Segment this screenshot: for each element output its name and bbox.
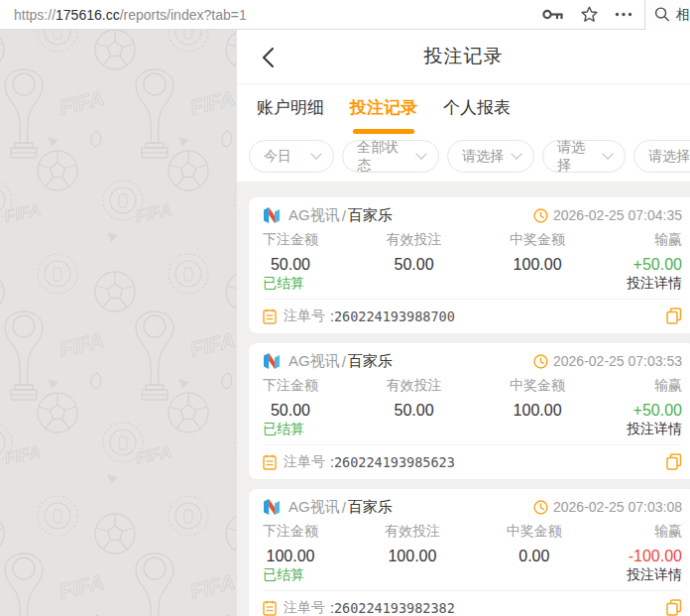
panel-header: 投注记录: [237, 30, 690, 84]
status-badge: 已结算: [263, 421, 304, 438]
filter-date-dropdown[interactable]: 今日: [249, 140, 334, 173]
win-amount-value: 100.00: [514, 402, 562, 420]
order-number-value: 260224193982382: [334, 600, 455, 616]
order-number-label: 注单号: [284, 308, 325, 325]
bet-detail-link[interactable]: 投注详情: [627, 566, 682, 584]
profit-label: 输赢: [654, 231, 682, 249]
provider-game-separator: /: [342, 353, 346, 370]
tab-bar: 账户明细 投注记录 个人报表: [237, 84, 690, 136]
order-number-value: 260224193985623: [334, 454, 455, 470]
order-number-value: 260224193988700: [334, 308, 455, 324]
clock-icon: [533, 354, 548, 369]
find-text: 相: [676, 6, 690, 24]
filter-select-dropdown-3[interactable]: 请选择: [633, 140, 690, 173]
bet-detail-link[interactable]: 投注详情: [627, 421, 682, 438]
url-display[interactable]: https://175616.cc/reports/index?tab=1: [14, 7, 247, 23]
order-number-label: 注单号: [284, 599, 325, 616]
valid-bet-value: 50.00: [395, 256, 434, 274]
win-amount-label: 中奖金额: [510, 377, 565, 395]
fifa-pattern-svg: FIFA FIFA: [0, 30, 236, 616]
url-scheme: https://: [14, 7, 56, 23]
bet-amount-label: 下注金额: [263, 231, 318, 249]
profit-value: +50.00: [633, 256, 682, 274]
provider-game-separator: /: [342, 499, 346, 516]
status-badge: 已结算: [263, 275, 304, 293]
profit-value: -100.00: [629, 548, 682, 565]
ag-provider-logo-icon: [263, 206, 281, 224]
win-amount-label: 中奖金额: [510, 231, 565, 249]
star-bookmark-icon[interactable]: [581, 6, 598, 23]
provider-name: AG视讯: [288, 498, 340, 517]
filter-select-dropdown-1[interactable]: 请选择: [447, 140, 534, 173]
clock-icon: [533, 500, 548, 515]
bet-detail-link[interactable]: 投注详情: [627, 275, 682, 293]
valid-bet-label: 有效投注: [387, 377, 442, 395]
key-icon[interactable]: [542, 8, 564, 21]
copy-icon[interactable]: [666, 599, 682, 616]
bet-amount-value: 50.00: [271, 256, 310, 274]
chevron-down-icon: [415, 148, 426, 159]
chevron-down-icon: [602, 148, 613, 159]
filter-status-dropdown[interactable]: 全部状态: [342, 140, 439, 173]
ag-provider-logo-icon: [263, 352, 281, 370]
order-note-icon: [263, 308, 277, 324]
provider-name: AG视讯: [288, 352, 340, 371]
url-path: /reports/index?tab=1: [120, 7, 247, 23]
bet-record-card: AG视讯 / 百家乐 2026-02-25 07:03:53 下注金额 50.0…: [249, 343, 690, 479]
order-note-icon: [263, 600, 277, 616]
bet-amount-label: 下注金额: [263, 377, 318, 395]
profit-value: +50.00: [633, 402, 682, 420]
more-menu-icon[interactable]: [615, 12, 632, 17]
valid-bet-value: 100.00: [388, 548, 436, 565]
win-amount-value: 0.00: [518, 548, 549, 565]
tab-bet-records[interactable]: 投注记录: [350, 96, 417, 136]
back-chevron-icon[interactable]: [261, 47, 277, 68]
bet-record-card: AG视讯 / 百家乐 2026-02-25 07:04:35 下注金额 50.0…: [249, 197, 690, 333]
profit-label: 输赢: [654, 377, 682, 395]
bet-record-card: AG视讯 / 百家乐 2026-02-25 07:03:08 下注金额 100.…: [249, 489, 690, 616]
game-name: 百家乐: [348, 352, 393, 371]
chevron-down-icon: [511, 148, 521, 159]
page-title: 投注记录: [424, 44, 504, 69]
record-time: 2026-02-25 07:04:35: [553, 207, 682, 223]
filter-select-dropdown-2[interactable]: 请选择: [542, 140, 626, 173]
bet-amount-value: 100.00: [267, 548, 315, 565]
bet-amount-value: 50.00: [271, 402, 310, 420]
tab-account-details[interactable]: 账户明细: [257, 96, 324, 136]
url-host: 175616.cc: [56, 7, 120, 23]
filter-bar: 今日 全部状态 请选择 请选择 请选择: [237, 136, 690, 182]
record-list: AG视讯 / 百家乐 2026-02-25 07:04:35 下注金额 50.0…: [237, 182, 690, 616]
valid-bet-value: 50.00: [395, 402, 434, 420]
copy-icon[interactable]: [666, 308, 682, 324]
game-name: 百家乐: [348, 206, 393, 225]
copy-icon[interactable]: [666, 453, 682, 470]
record-time: 2026-02-25 07:03:08: [553, 499, 682, 515]
search-icon[interactable]: [654, 6, 670, 23]
find-in-page-bar: 相: [645, 0, 690, 30]
provider-game-separator: /: [342, 207, 346, 224]
clock-icon: [533, 208, 548, 223]
tab-personal-report[interactable]: 个人报表: [443, 96, 511, 136]
fifa-watermark-background: FIFA FIFA: [0, 30, 236, 616]
status-badge: 已结算: [263, 566, 304, 584]
game-name: 百家乐: [348, 498, 393, 517]
valid-bet-label: 有效投注: [387, 231, 442, 249]
chevron-down-icon: [310, 148, 321, 159]
win-amount-value: 100.00: [514, 256, 562, 274]
ag-provider-logo-icon: [263, 498, 281, 516]
win-amount-label: 中奖金额: [507, 523, 562, 541]
bet-amount-label: 下注金额: [263, 523, 318, 541]
record-time: 2026-02-25 07:03:53: [553, 353, 682, 369]
bet-records-panel: 投注记录 账户明细 投注记录 个人报表 今日 全部状态 请选择 请选择: [236, 30, 690, 616]
provider-name: AG视讯: [288, 206, 340, 225]
order-note-icon: [263, 454, 277, 470]
valid-bet-label: 有效投注: [385, 523, 440, 541]
order-number-label: 注单号: [284, 453, 325, 471]
browser-address-bar: https://175616.cc/reports/index?tab=1 相: [0, 0, 690, 30]
profit-label: 输赢: [654, 523, 682, 541]
